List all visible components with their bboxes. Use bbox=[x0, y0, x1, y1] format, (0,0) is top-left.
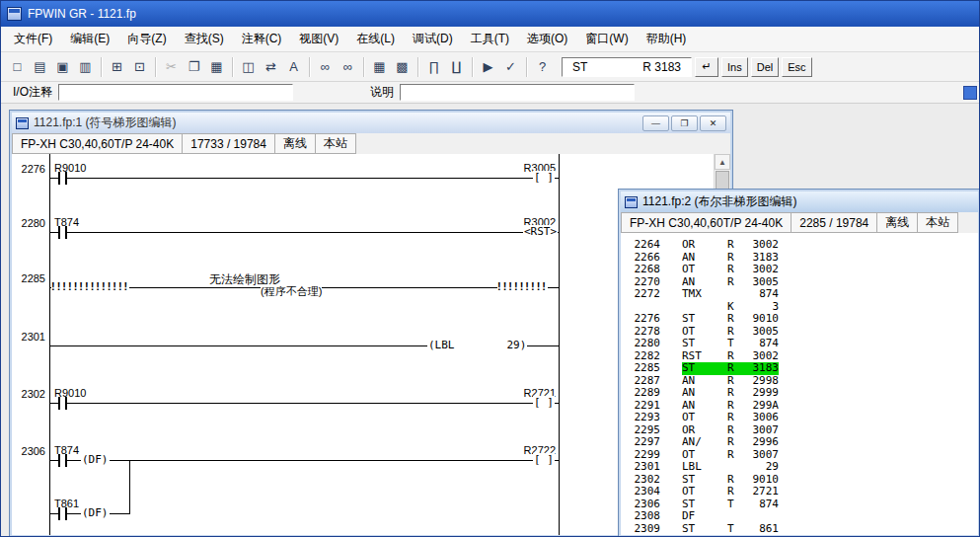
menu-item[interactable]: 查找(S) bbox=[176, 27, 233, 51]
toolbar-separator bbox=[417, 57, 418, 77]
bool-row[interactable]: 2280 ST T 874 bbox=[621, 338, 978, 350]
comment-bar: I/O注释 说明 bbox=[1, 82, 979, 104]
save-button[interactable]: ▣ bbox=[51, 55, 74, 78]
io-comment-input[interactable] bbox=[58, 84, 293, 101]
coil-symbol[interactable]: [ ] bbox=[533, 396, 555, 409]
bool-operand-type: R bbox=[727, 449, 743, 462]
print-button[interactable]: ▥ bbox=[74, 55, 97, 78]
bool-row[interactable]: 2270 AN R 3005 bbox=[621, 276, 978, 289]
bool-opcode: AN/ bbox=[682, 436, 719, 449]
menu-item[interactable]: 文件(F) bbox=[5, 27, 61, 51]
io-comment-monitor-icon[interactable]: ⊞ bbox=[106, 55, 128, 78]
ins-button[interactable]: Ins bbox=[721, 57, 748, 77]
bool-row[interactable]: 2264 OR R 3002 bbox=[621, 239, 978, 252]
bool-row[interactable]: 2266 AN R 3183 bbox=[621, 252, 978, 265]
bool-row[interactable]: 2287 AN R 2998 bbox=[621, 375, 978, 388]
bool-row[interactable]: 2282 RST R 3002 bbox=[621, 350, 978, 363]
bool-row-body: AN R 2999 bbox=[682, 387, 779, 400]
contact-symbol[interactable] bbox=[58, 226, 67, 239]
minimize-button[interactable]: — bbox=[642, 115, 669, 131]
menu-item[interactable]: 选项(O) bbox=[518, 27, 576, 51]
bool-row[interactable]: 2268 OT R 3002 bbox=[621, 264, 978, 276]
branch-df-instruction[interactable]: (DF) bbox=[81, 506, 110, 519]
bool-row[interactable]: 2302 ST R 9010 bbox=[621, 474, 978, 487]
bool-row[interactable]: 2295 OR R 3007 bbox=[621, 424, 978, 437]
toolbar-separator bbox=[101, 57, 102, 77]
menu-item[interactable]: 注释(C) bbox=[233, 27, 291, 51]
restore-button[interactable]: ❐ bbox=[671, 115, 698, 131]
block-edit-button[interactable]: ◫ bbox=[237, 55, 260, 78]
scroll-up-icon[interactable]: ▲ bbox=[715, 154, 730, 170]
copy-button[interactable]: ❐ bbox=[183, 55, 205, 78]
description-input[interactable] bbox=[400, 84, 635, 101]
menu-item[interactable]: 向导(Z) bbox=[118, 27, 175, 51]
ladder-view-button[interactable]: ▦ bbox=[368, 55, 391, 78]
bool-row[interactable]: 2272 TMX 874 bbox=[621, 288, 978, 301]
find-button[interactable]: ∞ bbox=[314, 55, 337, 78]
toolbar-separator bbox=[232, 57, 233, 77]
bool-row[interactable]: 2297 AN/ R 2996 bbox=[621, 436, 978, 449]
bool-operand-type bbox=[727, 288, 743, 301]
bool-opcode: LBL bbox=[682, 461, 719, 474]
paste-button[interactable]: ▦ bbox=[205, 55, 228, 78]
cut-button[interactable]: ✂ bbox=[160, 55, 183, 78]
new-file-button[interactable]: □ bbox=[6, 55, 29, 78]
bool-row[interactable]: 2299 OT R 3007 bbox=[621, 449, 978, 462]
bool-view-button[interactable]: ▩ bbox=[391, 55, 414, 78]
plc-write-button[interactable]: ∐ bbox=[445, 55, 468, 78]
bool-row[interactable]: 2278 OT R 3005 bbox=[621, 326, 978, 339]
text-comment-button[interactable]: A bbox=[282, 55, 305, 78]
open-file-button[interactable]: ▤ bbox=[29, 55, 51, 78]
monitor-toggle-button[interactable]: ✓ bbox=[499, 55, 522, 78]
bool-row[interactable]: 2289 AN R 2999 bbox=[621, 387, 978, 400]
menu-item[interactable]: 调试(D) bbox=[404, 27, 462, 51]
esc-button[interactable]: Esc bbox=[782, 57, 811, 77]
contact-symbol[interactable] bbox=[58, 454, 67, 467]
branch-contact-symbol[interactable] bbox=[58, 507, 67, 520]
title-bar[interactable]: FPWIN GR - 1121.fp bbox=[1, 1, 979, 27]
bool-row-body: ST R 3183 bbox=[682, 362, 779, 375]
run-mode-button[interactable]: ▶ bbox=[477, 55, 499, 78]
bool-row[interactable]: 2308 DF bbox=[621, 510, 978, 523]
menu-item[interactable]: 窗口(W) bbox=[576, 27, 637, 51]
coil-symbol[interactable]: [ ] bbox=[533, 453, 555, 466]
contact-symbol[interactable] bbox=[58, 172, 67, 185]
bool-row[interactable]: 2293 OT R 3006 bbox=[621, 412, 978, 424]
bool-row[interactable]: 2291 AN R 299A bbox=[621, 400, 978, 413]
rst-coil-symbol[interactable]: <RST> bbox=[523, 225, 558, 238]
help-button[interactable]: ? bbox=[531, 55, 554, 78]
bool-row[interactable]: 2285 ST R 3183 bbox=[621, 362, 978, 375]
menu-bar: 文件(F) 编辑(E) 向导(Z) 查找(S) 注释(C) 视图(V) 在线(L… bbox=[1, 27, 979, 52]
bool-instruction-list[interactable]: 2264 OR R 3002 2266 AN R 3183 bbox=[621, 233, 978, 535]
bool-row[interactable]: 2306 ST T 874 bbox=[621, 499, 978, 511]
enter-button[interactable]: ↵ bbox=[695, 57, 718, 77]
menu-item[interactable]: 工具(T) bbox=[462, 27, 518, 51]
bool-row[interactable]: 2309 ST T 861 bbox=[621, 523, 978, 536]
bool-window-titlebar[interactable]: 1121.fp:2 (布尔非梯形图编辑) bbox=[621, 192, 978, 212]
bool-row[interactable]: K 3 bbox=[621, 301, 978, 314]
df-instruction[interactable]: (DF) bbox=[81, 453, 110, 466]
ladder-window-titlebar[interactable]: 1121.fp:1 (符号梯形图编辑) — ❐ ✕ bbox=[12, 113, 730, 133]
coil-symbol[interactable]: [ ] bbox=[533, 171, 555, 184]
menu-item[interactable]: 视图(V) bbox=[290, 27, 347, 51]
menu-item[interactable]: 帮助(H) bbox=[638, 27, 696, 51]
bool-operand-value: 3002 bbox=[743, 264, 779, 276]
bool-operand-value: 861 bbox=[743, 523, 779, 536]
contact-symbol[interactable] bbox=[58, 397, 67, 410]
bool-address: 2272 bbox=[621, 288, 660, 301]
plc-read-button[interactable]: ∏ bbox=[422, 55, 445, 78]
label-instruction[interactable]: (LBL 29) bbox=[427, 339, 527, 351]
bool-row[interactable]: 2276 ST R 9010 bbox=[621, 313, 978, 326]
menu-item[interactable]: 在线(L) bbox=[347, 27, 404, 51]
del-button[interactable]: Del bbox=[751, 57, 780, 77]
menu-item[interactable]: 编辑(E) bbox=[61, 27, 118, 51]
docked-window-icon[interactable] bbox=[963, 86, 977, 100]
find-next-button[interactable]: ∞ bbox=[337, 55, 359, 78]
instruction-address-field[interactable]: ST R 3183 bbox=[562, 57, 692, 77]
bool-row[interactable]: 2301 LBL 29 bbox=[621, 461, 978, 474]
ladder-canvas[interactable]: 2276 R9010 R3005 [ ] 2280 T874 R3002 <RS… bbox=[12, 154, 714, 535]
convert-button[interactable]: ⇄ bbox=[260, 55, 282, 78]
close-button[interactable]: ✕ bbox=[700, 115, 726, 131]
step-monitor-icon[interactable]: ⊡ bbox=[128, 55, 151, 78]
bool-row[interactable]: 2304 OT R 2721 bbox=[621, 486, 978, 499]
